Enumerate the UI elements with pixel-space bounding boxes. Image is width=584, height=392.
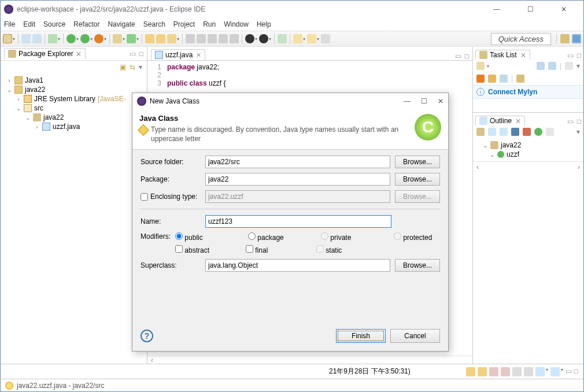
schedule-icon[interactable] [548,62,556,70]
console-open-icon[interactable] [550,367,560,376]
hide-nonpublic-icon[interactable] [511,128,519,136]
dialog-minimize-button[interactable]: — [404,97,411,105]
view-menu-icon[interactable]: ▾ [139,63,142,71]
help-icon[interactable]: ? [141,330,153,342]
new-class-icon[interactable] [127,34,136,43]
tree-java22[interactable]: java22 [25,86,45,94]
menu-run[interactable]: Run [203,20,216,28]
browse-source-button[interactable]: Browse... [395,156,440,168]
menu-help[interactable]: Help [257,20,271,28]
new-task-icon[interactable] [476,62,485,70]
minimize-button[interactable]: — [485,3,508,16]
browse-superclass-button[interactable]: Browse... [395,259,440,272]
menu-source[interactable]: Source [43,20,65,28]
dialog-maximize-button[interactable]: ☐ [421,97,427,105]
menu-file[interactable]: File [4,20,15,28]
hscroll-left-icon[interactable]: ‹ [151,356,153,364]
synchronize-icon[interactable] [516,75,524,83]
focus-icon[interactable] [565,62,573,70]
collapse-all-icon[interactable]: ▣ [120,63,126,71]
view-maximize-icon[interactable]: □ [577,117,581,125]
source-folder-input[interactable] [205,156,390,168]
wand-icon[interactable] [197,34,206,43]
menu-refactor[interactable]: Refactor [73,20,99,28]
hide-static-icon[interactable] [500,128,508,136]
annotation-icon[interactable] [245,34,254,43]
debug-icon[interactable] [48,34,57,43]
view-minimize-icon[interactable]: ▭ [567,117,574,125]
console-remove-all-icon[interactable] [501,367,510,376]
pin-editor-icon[interactable] [321,34,330,43]
outline-tab[interactable]: Outline⨯ [475,116,525,125]
tasklist-tab[interactable]: Task List⨯ [475,50,530,60]
view-menu-icon[interactable]: ▾ [576,128,580,136]
block-icon[interactable] [208,34,217,43]
console-display-icon[interactable] [535,367,545,376]
view-maximize-icon[interactable]: □ [577,51,581,60]
editor-minimize-icon[interactable]: ▭ [455,52,461,60]
enclosing-checkbox[interactable] [141,193,148,201]
finish-button[interactable]: Finish [336,329,386,343]
editor-maximize-icon[interactable]: □ [465,52,469,60]
pi-icon[interactable] [230,34,239,43]
java-perspective-icon[interactable] [572,34,581,43]
tree-jre[interactable]: JRE System Library [34,95,95,103]
task-activate-icon[interactable] [500,75,508,83]
save-icon[interactable] [21,34,31,43]
quick-access-input[interactable]: Quick Access [491,33,551,45]
link-editor-icon[interactable]: ⇆ [130,63,135,71]
open-perspective-icon[interactable] [560,34,570,43]
annotation-prev-icon[interactable] [259,34,268,43]
package-explorer-tab[interactable]: Package Explorer ⨯ [4,48,86,59]
menu-navigate[interactable]: Navigate [108,20,135,28]
back-icon[interactable] [293,34,302,43]
find-icon[interactable] [476,75,485,83]
view-minimize-icon[interactable]: ▭ [567,51,574,60]
console-remove-icon[interactable] [489,367,498,376]
outline-row-pkg[interactable]: ⌄java22 [475,140,581,150]
editor-tab-uzzf[interactable]: uzzf.java ⨯ [151,49,205,60]
presentation-icon[interactable] [488,75,496,83]
new-icon[interactable] [3,34,12,43]
save-all-icon[interactable] [32,34,42,43]
toggle-mark-icon[interactable] [186,34,195,43]
tree-java1[interactable]: Java1 [25,76,43,84]
forward-icon[interactable] [307,34,316,43]
close-button[interactable]: ✕ [552,3,575,16]
close-tab-icon[interactable]: ⨯ [196,51,201,59]
minimize-view-icon[interactable]: ▭ [130,50,136,58]
maximize-button[interactable]: ☐ [519,3,542,16]
open-task-icon[interactable] [156,34,165,43]
console-minimize-icon[interactable]: ▭ [565,367,572,376]
open-type-icon[interactable] [145,34,154,43]
console-maximize-icon[interactable]: □ [574,367,578,376]
hide-local-icon[interactable] [523,128,531,136]
sort-icon[interactable] [476,128,485,136]
dialog-close-button[interactable]: ✕ [438,97,443,105]
tree-src[interactable]: src [34,104,43,112]
menu-search[interactable]: Search [143,20,165,28]
menu-edit[interactable]: Edit [23,20,35,28]
connect-mylyn-link[interactable]: i Connect Mylyn [473,85,583,99]
run-icon[interactable] [66,34,76,43]
console-scroll-lock-icon[interactable] [512,367,522,376]
superclass-input[interactable] [205,259,390,272]
search-icon[interactable] [167,34,176,43]
hscroll-left-icon[interactable]: ‹ [476,163,479,171]
console-pin-icon[interactable] [524,367,533,376]
cancel-button[interactable]: Cancel [390,329,440,343]
coverage-icon[interactable] [80,34,90,43]
tree-pkg[interactable]: java22 [43,113,64,121]
last-edit-icon[interactable] [278,34,287,43]
console-icon[interactable] [478,367,487,376]
modifier-public-radio[interactable] [175,232,183,240]
browse-package-button[interactable]: Browse... [395,173,440,186]
name-input[interactable] [205,215,391,228]
ext-tools-icon[interactable] [94,34,104,43]
console-icon[interactable] [466,367,475,376]
new-package-icon[interactable] [113,34,122,43]
menu-project[interactable]: Project [173,20,195,28]
package-input[interactable] [205,173,390,186]
link-editor-icon[interactable] [546,128,554,136]
hide-fields-icon[interactable] [488,128,496,136]
